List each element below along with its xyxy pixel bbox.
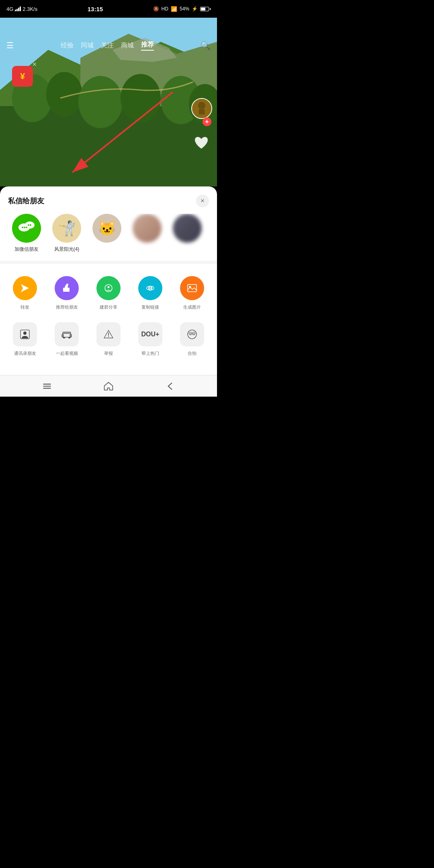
contact-cat[interactable]: 🐱 bbox=[87, 214, 127, 246]
svg-point-14 bbox=[198, 102, 205, 109]
red-envelope-close[interactable]: ✕ bbox=[32, 61, 37, 68]
close-button[interactable]: × bbox=[196, 194, 209, 207]
bottom-nav-menu[interactable] bbox=[39, 378, 55, 394]
svg-point-48 bbox=[193, 333, 194, 334]
copy-link-icon bbox=[138, 276, 162, 300]
svg-rect-15 bbox=[199, 109, 205, 115]
avatar-follow-button[interactable]: + bbox=[203, 117, 211, 126]
share-panel: 私信给朋友 × 加微信朋友 bbox=[0, 186, 217, 375]
svg-marker-53 bbox=[104, 382, 113, 390]
group-share-label: 建群分享 bbox=[100, 304, 117, 310]
action-hotspot[interactable]: DOU+ 帮上热门 bbox=[129, 318, 171, 360]
contact-blurred-2[interactable] bbox=[167, 214, 207, 246]
panel-header: 私信给朋友 × bbox=[0, 194, 217, 214]
gen-image-label: 生成图片 bbox=[183, 304, 201, 310]
contact-fengjing-label: 风景阳光(4) bbox=[54, 246, 80, 253]
wifi-icon: 📶 bbox=[171, 6, 177, 12]
action-copy-link[interactable]: 复制链接 bbox=[129, 272, 171, 314]
charging-icon: ⚡ bbox=[192, 6, 198, 12]
nav-items: 经验 同城 关注 商城 推荐 bbox=[61, 41, 154, 51]
contacts-row: 加微信朋友 🤺 风景阳光(4) 🐱 bbox=[0, 214, 217, 261]
svg-point-7 bbox=[121, 74, 161, 122]
contacts-icon bbox=[13, 322, 37, 346]
nav-item-follow[interactable]: 关注 bbox=[101, 41, 114, 50]
status-left: 4G 2.3K/s bbox=[6, 6, 37, 12]
svg-rect-38 bbox=[68, 337, 70, 338]
bottom-nav-home[interactable] bbox=[100, 378, 117, 394]
action-report[interactable]: 举报 bbox=[88, 318, 129, 360]
watch-video-label: 一起看视频 bbox=[56, 350, 78, 356]
group-share-icon bbox=[96, 276, 121, 300]
svg-point-45 bbox=[190, 333, 190, 334]
notification-icon: 🔕 bbox=[153, 6, 159, 12]
contact-cat-avatar: 🐱 bbox=[92, 214, 121, 243]
status-time: 13:15 bbox=[88, 6, 103, 12]
svg-rect-25 bbox=[63, 288, 65, 292]
collab-icon bbox=[180, 322, 204, 346]
svg-point-43 bbox=[188, 330, 197, 339]
svg-point-33 bbox=[23, 332, 27, 335]
recommend-label: 推荐给朋友 bbox=[56, 304, 78, 310]
contact-wechat[interactable]: 加微信朋友 bbox=[6, 214, 47, 253]
svg-point-21 bbox=[26, 227, 27, 228]
status-bar: 4G 2.3K/s 13:15 🔕 HD 📶 54% ⚡ bbox=[0, 0, 217, 18]
contacts-label: 通讯录朋友 bbox=[14, 350, 36, 356]
nav-item-local[interactable]: 同城 bbox=[81, 41, 94, 50]
hotspot-label: 帮上热门 bbox=[141, 350, 159, 356]
copy-link-label: 复制链接 bbox=[141, 304, 159, 310]
wechat-avatar bbox=[12, 214, 41, 243]
contact-fengjing-avatar: 🤺 bbox=[52, 214, 81, 243]
action-forward[interactable]: 转发 bbox=[4, 272, 46, 314]
bottom-nav bbox=[0, 375, 217, 397]
red-envelope[interactable] bbox=[12, 66, 33, 87]
contact-blurred-avatar-1 bbox=[133, 214, 162, 243]
action-gen-image[interactable]: 生成图片 bbox=[171, 272, 213, 314]
carrier-text: 4G bbox=[6, 6, 13, 12]
action-grid-row2: 通讯录朋友 一起看视频 bbox=[0, 318, 217, 364]
menu-icon[interactable]: ☰ bbox=[6, 41, 14, 50]
action-collab[interactable]: 合拍 bbox=[171, 318, 213, 360]
data-speed: 2.3K/s bbox=[23, 6, 37, 12]
svg-point-19 bbox=[22, 227, 23, 228]
gen-image-icon bbox=[180, 276, 204, 300]
section-divider bbox=[0, 261, 217, 264]
svg-point-42 bbox=[108, 336, 109, 337]
report-icon bbox=[96, 322, 121, 346]
nav-item-experience[interactable]: 经验 bbox=[61, 41, 74, 50]
svg-point-6 bbox=[78, 76, 123, 128]
svg-point-46 bbox=[190, 333, 191, 334]
forward-icon bbox=[13, 276, 37, 300]
search-icon[interactable]: 🔍 bbox=[201, 41, 211, 50]
action-grid-row1: 转发 推荐给朋友 建群分享 bbox=[0, 264, 217, 318]
heart-icon[interactable] bbox=[193, 134, 210, 151]
watch-video-icon bbox=[55, 322, 79, 346]
video-area: ☰ 经验 同城 关注 商城 推荐 🔍 ✕ + bbox=[0, 18, 217, 186]
contact-blurred-1[interactable] bbox=[127, 214, 167, 246]
nav-item-recommend[interactable]: 推荐 bbox=[141, 41, 154, 51]
action-recommend[interactable]: 推荐给朋友 bbox=[46, 272, 88, 314]
status-right: 🔕 HD 📶 54% ⚡ bbox=[153, 6, 211, 12]
hd-badge: HD bbox=[162, 6, 168, 12]
hotspot-icon: DOU+ bbox=[138, 322, 162, 346]
panel-title: 私信给朋友 bbox=[8, 196, 44, 206]
svg-point-22 bbox=[28, 224, 29, 226]
collab-label: 合拍 bbox=[188, 350, 197, 356]
contact-blurred-avatar-2 bbox=[173, 214, 202, 243]
action-contacts[interactable]: 通讯录朋友 bbox=[4, 318, 46, 360]
bottom-nav-back[interactable] bbox=[162, 378, 178, 394]
user-avatar[interactable] bbox=[191, 98, 212, 119]
recommend-icon bbox=[55, 276, 79, 300]
contact-wechat-label: 加微信朋友 bbox=[14, 246, 39, 253]
nav-item-shop[interactable]: 商城 bbox=[121, 41, 134, 50]
battery bbox=[200, 7, 211, 11]
nav-bar: ☰ 经验 同城 关注 商城 推荐 🔍 bbox=[0, 35, 217, 55]
contact-fengjing[interactable]: 🤺 风景阳光(4) bbox=[47, 214, 87, 253]
svg-point-49 bbox=[194, 333, 194, 334]
svg-point-20 bbox=[24, 227, 25, 228]
svg-point-27 bbox=[108, 286, 110, 288]
svg-marker-24 bbox=[21, 284, 29, 292]
signal-bars bbox=[15, 6, 21, 11]
action-watch-video[interactable]: 一起看视频 bbox=[46, 318, 88, 360]
svg-rect-37 bbox=[63, 337, 65, 338]
action-group-share[interactable]: 建群分享 bbox=[88, 272, 129, 314]
